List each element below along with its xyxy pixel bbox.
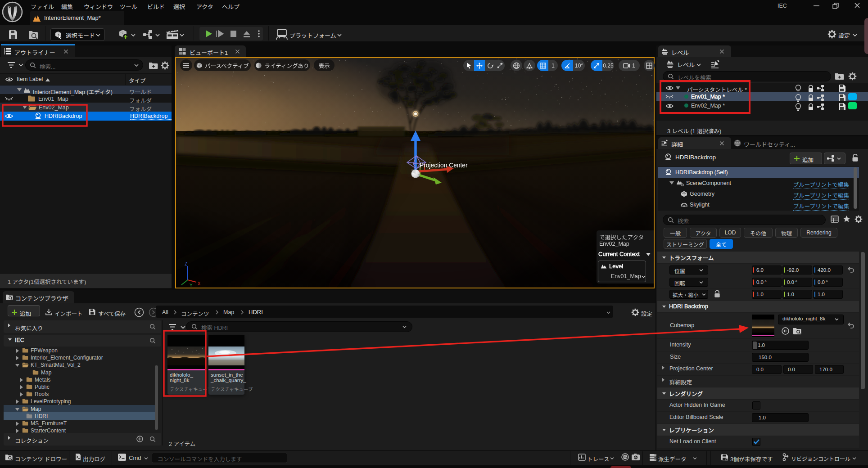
svg-text:Projection Center: Projection Center	[420, 162, 468, 169]
svg-text:Y: Y	[190, 283, 193, 288]
svg-text:Z: Z	[185, 261, 187, 266]
svg-text:X: X	[198, 281, 201, 286]
